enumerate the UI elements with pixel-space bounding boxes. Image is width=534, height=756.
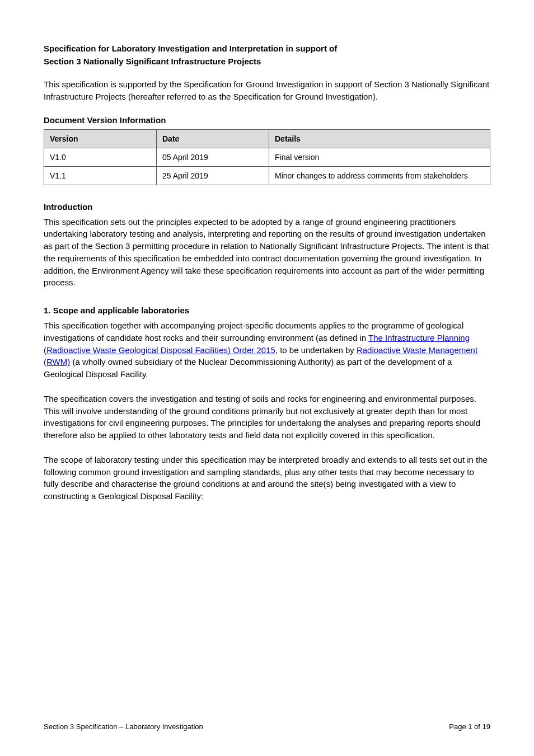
introduction-body: This specification sets out the principl… xyxy=(44,216,490,289)
col-version: Version xyxy=(44,129,157,148)
section-1-para-1: This specification together with accompa… xyxy=(44,320,490,381)
page-title-line2: Section 3 Nationally Significant Infrast… xyxy=(44,57,490,66)
version-table: Version Date Details V1.0 05 April 2019 … xyxy=(44,129,490,185)
cell-version: V1.0 xyxy=(44,148,157,166)
intro-paragraph: This specification is supported by the S… xyxy=(44,78,490,103)
introduction-heading: Introduction xyxy=(44,202,490,212)
page-title-line1: Specification for Laboratory Investigati… xyxy=(44,44,490,53)
cell-version: V1.1 xyxy=(44,166,157,185)
section-1-para-3: The scope of laboratory testing under th… xyxy=(44,454,490,503)
table-header-row: Version Date Details xyxy=(44,129,490,148)
section-1-heading: 1. Scope and applicable laboratories xyxy=(44,306,490,315)
col-date: Date xyxy=(157,129,269,148)
version-info-label: Document Version Information xyxy=(44,115,490,125)
cell-details: Final version xyxy=(269,148,490,166)
para1-mid: , to be undertaken by xyxy=(275,345,357,355)
section-1-para-2: The specification covers the investigati… xyxy=(44,393,490,442)
document-page: Specification for Laboratory Investigati… xyxy=(0,0,534,756)
table-row: V1.0 05 April 2019 Final version xyxy=(44,148,490,166)
page-footer: Section 3 Specification – Laboratory Inv… xyxy=(44,722,490,731)
para1-suffix: (a wholly owned subsidiary of the Nuclea… xyxy=(44,357,452,379)
col-details: Details xyxy=(269,129,490,148)
cell-details: Minor changes to address comments from s… xyxy=(269,166,490,185)
footer-left: Section 3 Specification – Laboratory Inv… xyxy=(44,722,203,731)
cell-date: 25 April 2019 xyxy=(157,166,269,185)
footer-right: Page 1 of 19 xyxy=(449,722,490,731)
table-row: V1.1 25 April 2019 Minor changes to addr… xyxy=(44,166,490,185)
cell-date: 05 April 2019 xyxy=(157,148,269,166)
